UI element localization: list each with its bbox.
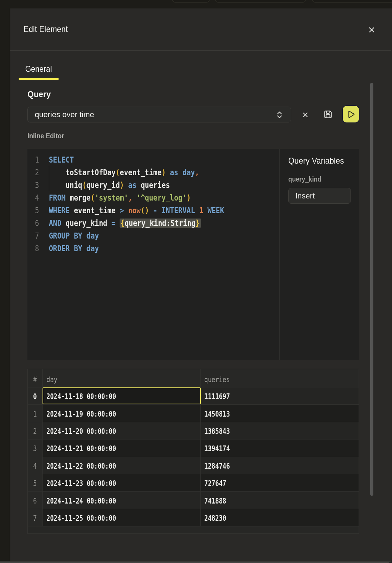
tab-general[interactable]: General	[19, 59, 59, 79]
queries-cell[interactable]: 741888	[201, 492, 359, 508]
row-index-cell: 1	[28, 405, 43, 422]
toolbar-button-3[interactable]	[312, 0, 392, 2]
line-number: 2	[29, 166, 39, 179]
line-number: 3	[29, 179, 39, 191]
close-icon	[367, 25, 377, 35]
save-icon	[324, 110, 332, 119]
column-header-index-label: #	[33, 375, 37, 384]
line-number: 8	[29, 242, 39, 255]
editor-panel-divider	[279, 149, 280, 360]
day-cell[interactable]: 2024-11-25 00:00:00	[43, 509, 201, 526]
table-header-row: # day queries	[28, 369, 359, 387]
code-area[interactable]: 1SELECT2 toStartOfDay(event_time) as day…	[27, 153, 279, 255]
day-cell[interactable]: 2024-11-23 00:00:00	[43, 474, 201, 491]
results-table: # day queries 02024-11-18 00:00:00111169…	[27, 369, 359, 534]
table-row[interactable]: 52024-11-23 00:00:00727647	[28, 474, 359, 492]
table-row[interactable]: 72024-11-25 00:00:00248230	[28, 509, 359, 526]
line-number: 5	[29, 204, 39, 217]
table-row[interactable]: 02024-11-18 00:00:001111697	[28, 387, 359, 405]
table-row[interactable]: 12024-11-19 00:00:001450813	[28, 405, 359, 422]
column-header-index: #	[28, 369, 43, 387]
query-select[interactable]: queries over time	[27, 107, 291, 122]
day-cell[interactable]: 2024-11-22 00:00:00	[43, 457, 201, 474]
code-line: 6AND query_kind = {query_kind:String}	[27, 217, 279, 229]
toolbar-button-2[interactable]	[215, 0, 306, 2]
scrollbar-thumb[interactable]	[370, 83, 373, 496]
header-divider	[10, 50, 391, 51]
clear-query-button[interactable]	[299, 108, 311, 121]
close-button[interactable]	[367, 25, 377, 35]
insert-variable-button[interactable]: Insert	[288, 188, 351, 204]
code-line: 1SELECT	[27, 153, 279, 166]
query-variable-name: query_kind	[288, 175, 321, 183]
column-header-queries-label: queries	[204, 375, 230, 384]
row-index-cell: 7	[28, 509, 43, 526]
code-line: 7GROUP BY day	[27, 229, 279, 242]
table-row[interactable]: 32024-11-21 00:00:001394174	[28, 439, 359, 457]
queries-cell[interactable]: 1284746	[201, 457, 359, 474]
line-number: 7	[29, 229, 39, 242]
unfold-icon	[277, 110, 282, 119]
dialog-title: Edit Element	[24, 24, 68, 34]
day-cell[interactable]: 2024-11-21 00:00:00	[43, 439, 201, 456]
day-cell[interactable]: 2024-11-19 00:00:00	[43, 405, 201, 422]
queries-cell[interactable]: 727647	[201, 474, 359, 491]
queries-cell[interactable]: 1394174	[201, 439, 359, 456]
day-cell[interactable]: 2024-11-18 00:00:00	[43, 387, 201, 404]
row-index-cell: 3	[28, 439, 43, 456]
app-window: Edit Element General Query queries over …	[0, 0, 392, 563]
code-line: 8ORDER BY day	[27, 242, 279, 255]
column-header-queries: queries	[201, 369, 359, 387]
row-index-cell: 6	[28, 492, 43, 508]
queries-cell[interactable]: 248230	[201, 509, 359, 526]
queries-cell[interactable]: 1450813	[201, 405, 359, 422]
column-header-day: day	[43, 369, 201, 387]
query-variables-title: Query Variables	[288, 156, 344, 166]
line-number: 6	[29, 217, 39, 229]
tab-active-underline	[19, 78, 59, 80]
table-footer-strip	[28, 526, 359, 533]
column-header-day-label: day	[46, 375, 57, 384]
queries-cell[interactable]: 1385843	[201, 422, 359, 439]
insert-button-label: Insert	[289, 191, 315, 201]
play-icon	[347, 110, 355, 119]
table-row[interactable]: 42024-11-22 00:00:001284746	[28, 457, 359, 474]
day-cell[interactable]: 2024-11-24 00:00:00	[43, 492, 201, 508]
query-section-label: Query	[27, 90, 51, 99]
clear-icon	[303, 112, 308, 118]
inline-editor-label: Inline Editor	[27, 132, 64, 140]
code-line: 4FROM merge('system', '^query_log')	[27, 191, 279, 204]
save-query-button[interactable]	[322, 108, 334, 121]
toolbar-button-1[interactable]	[172, 0, 210, 2]
queries-cell[interactable]: 1111697	[201, 387, 359, 404]
code-line: 5WHERE event_time > now() - INTERVAL 1 W…	[27, 204, 279, 217]
row-index-cell: 4	[28, 457, 43, 474]
run-query-button[interactable]	[342, 105, 360, 123]
code-line: 2 toStartOfDay(event_time) as day,	[27, 166, 279, 179]
line-number: 4	[29, 191, 39, 204]
day-cell[interactable]: 2024-11-20 00:00:00	[43, 422, 201, 439]
line-number: 1	[29, 153, 39, 166]
row-index-cell: 5	[28, 474, 43, 491]
row-index-cell: 2	[28, 422, 43, 439]
row-index-cell: 0	[28, 387, 43, 404]
code-line: 3 uniq(query_id) as queries	[27, 179, 279, 191]
table-row[interactable]: 62024-11-24 00:00:00741888	[28, 492, 359, 509]
tab-general-label: General	[25, 64, 52, 74]
table-row[interactable]: 22024-11-20 00:00:001385843	[28, 422, 359, 439]
query-select-value: queries over time	[28, 110, 94, 119]
